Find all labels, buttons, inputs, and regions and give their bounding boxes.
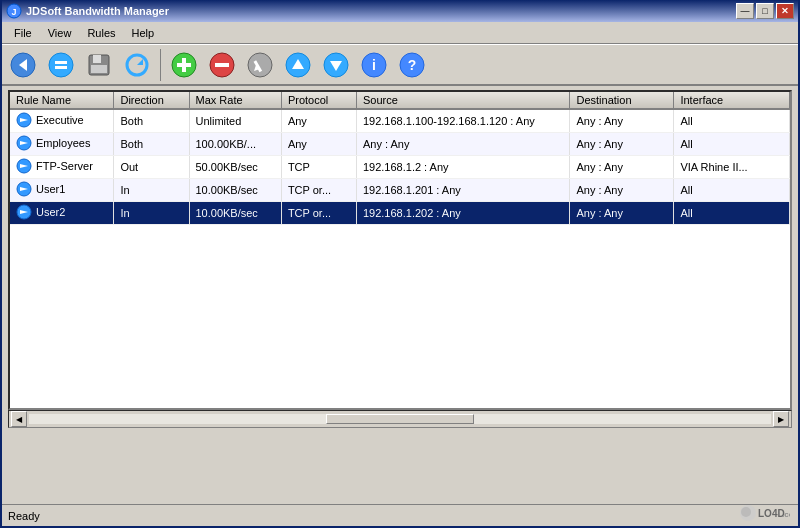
help-icon: ? (398, 51, 426, 79)
back-icon (9, 51, 37, 79)
open-button[interactable] (44, 48, 78, 82)
cell-rule-name: Employees (10, 133, 114, 156)
svg-text:i: i (372, 57, 376, 73)
svg-marker-11 (137, 59, 143, 65)
cell-maxrate: 50.00KB/sec (189, 156, 281, 179)
table-row[interactable]: User2 In10.00KB/secTCP or...192.168.1.20… (10, 202, 790, 225)
edit-icon (246, 51, 274, 79)
info-icon: i (360, 51, 388, 79)
svg-rect-8 (93, 55, 101, 63)
scroll-thumb[interactable] (326, 414, 474, 424)
cell-maxrate: 10.00KB/sec (189, 179, 281, 202)
cell-interface: All (674, 109, 790, 133)
cell-rule-name: User2 (10, 202, 114, 225)
menu-view[interactable]: View (40, 25, 80, 41)
svg-point-17 (248, 53, 272, 77)
cell-destination: Any : Any (570, 179, 674, 202)
svg-rect-16 (215, 63, 229, 67)
move-down-button[interactable] (319, 48, 353, 82)
cell-protocol: TCP (281, 156, 356, 179)
col-max-rate[interactable]: Max Rate (189, 92, 281, 109)
rule-icon (16, 158, 32, 174)
svg-rect-9 (91, 65, 107, 73)
minimize-button[interactable]: — (736, 3, 754, 19)
menu-rules[interactable]: Rules (79, 25, 123, 41)
back-button[interactable] (6, 48, 40, 82)
cell-interface: All (674, 179, 790, 202)
col-destination[interactable]: Destination (570, 92, 674, 109)
cell-protocol: TCP or... (281, 179, 356, 202)
app-icon: J (6, 3, 22, 19)
cell-protocol: Any (281, 109, 356, 133)
status-text: Ready (8, 510, 40, 522)
rules-table-container[interactable]: Rule Name Direction Max Rate Protocol So… (8, 90, 792, 410)
rule-icon (16, 181, 32, 197)
close-button[interactable]: ✕ (776, 3, 794, 19)
info-button[interactable]: i (357, 48, 391, 82)
scroll-track[interactable] (29, 414, 771, 424)
svg-rect-5 (55, 61, 67, 64)
move-up-button[interactable] (281, 48, 315, 82)
open-icon (47, 51, 75, 79)
rules-table: Rule Name Direction Max Rate Protocol So… (10, 92, 790, 225)
table-row[interactable]: FTP-Server Out50.00KB/secTCP192.168.1.2 … (10, 156, 790, 179)
logo: LO4D .com (740, 504, 790, 524)
save-button[interactable] (82, 48, 116, 82)
svg-text:LO4D: LO4D (758, 508, 785, 519)
cell-destination: Any : Any (570, 109, 674, 133)
cell-destination: Any : Any (570, 156, 674, 179)
cell-destination: Any : Any (570, 133, 674, 156)
menu-help[interactable]: Help (124, 25, 163, 41)
scroll-right-button[interactable]: ▶ (773, 411, 789, 427)
table-row[interactable]: Employees Both100.00KB/...AnyAny : AnyAn… (10, 133, 790, 156)
move-down-icon (322, 51, 350, 79)
cell-rule-name: Executive (10, 109, 114, 133)
cell-maxrate: 10.00KB/sec (189, 202, 281, 225)
move-up-icon (284, 51, 312, 79)
cell-interface: All (674, 133, 790, 156)
cell-direction: Out (114, 156, 189, 179)
add-button[interactable] (167, 48, 201, 82)
svg-rect-14 (177, 63, 191, 67)
svg-text:?: ? (408, 57, 417, 73)
maximize-button[interactable]: □ (756, 3, 774, 19)
table-row[interactable]: User1 In10.00KB/secTCP or...192.168.1.20… (10, 179, 790, 202)
remove-icon (208, 51, 236, 79)
save-icon (85, 51, 113, 79)
svg-point-4 (49, 53, 73, 77)
toolbar: i ? (2, 44, 798, 86)
content-area: Rule Name Direction Max Rate Protocol So… (2, 86, 798, 526)
cell-direction: In (114, 202, 189, 225)
cell-direction: Both (114, 109, 189, 133)
add-icon (170, 51, 198, 79)
refresh-button[interactable] (120, 48, 154, 82)
cell-source: 192.168.1.100-192.168.1.120 : Any (356, 109, 570, 133)
rule-icon (16, 135, 32, 151)
help-button[interactable]: ? (395, 48, 429, 82)
svg-rect-6 (55, 66, 67, 69)
horizontal-scrollbar[interactable]: ◀ ▶ (8, 410, 792, 428)
svg-point-39 (741, 507, 751, 517)
col-interface[interactable]: Interface (674, 92, 790, 109)
rule-icon (16, 204, 32, 220)
edit-button[interactable] (243, 48, 277, 82)
cell-source: 192.168.1.2 : Any (356, 156, 570, 179)
scroll-left-button[interactable]: ◀ (11, 411, 27, 427)
toolbar-separator-1 (160, 49, 161, 81)
cell-interface: All (674, 202, 790, 225)
refresh-icon (123, 51, 151, 79)
window-title: JDSoft Bandwidth Manager (26, 5, 169, 17)
menubar: File View Rules Help (2, 22, 798, 44)
col-protocol[interactable]: Protocol (281, 92, 356, 109)
cell-direction: Both (114, 133, 189, 156)
cell-source: 192.168.1.202 : Any (356, 202, 570, 225)
table-row[interactable]: Executive BothUnlimitedAny192.168.1.100-… (10, 109, 790, 133)
svg-text:J: J (11, 7, 16, 17)
remove-button[interactable] (205, 48, 239, 82)
cell-source: 192.168.1.201 : Any (356, 179, 570, 202)
col-direction[interactable]: Direction (114, 92, 189, 109)
menu-file[interactable]: File (6, 25, 40, 41)
cell-protocol: TCP or... (281, 202, 356, 225)
col-source[interactable]: Source (356, 92, 570, 109)
col-rule-name[interactable]: Rule Name (10, 92, 114, 109)
